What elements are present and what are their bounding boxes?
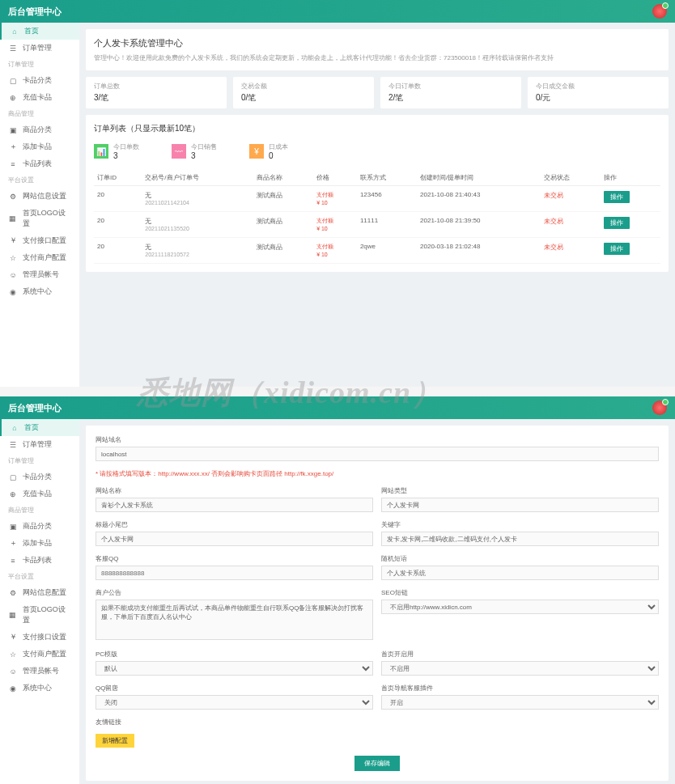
sidebar-item-home[interactable]: ⌂ 首页 <box>0 419 79 436</box>
sidebar-group: 订单管理 <box>0 57 79 72</box>
td-price: 支付额¥ 10 <box>313 238 357 264</box>
sidebar-item-pay[interactable]: ￥ 支付接口配置 <box>0 232 79 249</box>
sidebar-item-merchant[interactable]: ☆ 支付商户配置 <box>0 249 79 266</box>
td-status: 未交易 <box>541 186 601 212</box>
subtitle-input[interactable] <box>96 532 373 546</box>
seo-label: 首页导航客服插件 <box>381 684 659 693</box>
stat-value: 0/元 <box>536 92 660 104</box>
list-icon: ≡ <box>8 159 18 169</box>
sidebar-item-label: 首页LOGO设置 <box>23 208 71 229</box>
sidebar-item-orders[interactable]: ☰ 订单管理 <box>0 436 79 453</box>
td-contact: 2qwe <box>357 238 417 264</box>
qq-label: 客服QQ <box>96 554 373 563</box>
phrase-input[interactable] <box>381 566 659 580</box>
sidebar-item-logo[interactable]: ▦ 首页LOGO设置 <box>0 601 79 629</box>
stat-label: 订单总数 <box>94 82 219 91</box>
subtitle-label: 标题小尾巴 <box>96 520 373 529</box>
sidebar-item-admin[interactable]: ☺ 管理员帐号 <box>0 266 79 283</box>
settings-icon: ⚙ <box>8 588 18 598</box>
home-select[interactable]: 不启用 <box>381 661 659 676</box>
action-button[interactable]: 操作 <box>604 191 630 203</box>
sidebar-item-pcat[interactable]: ▣ 商品分类 <box>0 518 79 535</box>
table-row: 20 无20211118210572 测试商品 支付额¥ 10 2qwe 202… <box>94 238 660 264</box>
announce-label: 商户公告 <box>96 588 373 597</box>
sidebar-item-orders[interactable]: ☰ 订单管理 <box>0 40 79 57</box>
stat-label: 交易金额 <box>241 82 366 91</box>
sidebar-item-label: 系统中心 <box>23 286 52 297</box>
stat-value: 0/笔 <box>241 92 366 104</box>
note-link[interactable]: http://fk.xxge.top/ <box>284 470 333 477</box>
sidebar-item-label: 支付接口配置 <box>23 235 66 246</box>
sidebar-item-label: 订单管理 <box>23 439 52 450</box>
sidebar-item-logo[interactable]: ▦ 首页LOGO设置 <box>0 205 79 232</box>
sidebar-item-system[interactable]: ◉ 系统中心 <box>0 283 79 300</box>
short-select[interactable]: 不启用http://www.xidicn.com <box>381 600 659 614</box>
sidebar-item-admin[interactable]: ☺ 管理员帐号 <box>0 663 79 680</box>
sidebar-item-cardlist[interactable]: ≡ 卡品列表 <box>0 552 79 569</box>
announce-textarea[interactable] <box>96 600 373 640</box>
seo-select[interactable]: 开启 <box>381 695 659 710</box>
submit-button[interactable]: 保存编辑 <box>354 756 400 771</box>
sidebar-item-recharge[interactable]: ⊕ 充值卡品 <box>0 485 79 502</box>
td-action: 操作 <box>601 212 660 238</box>
panel-stat-label: 今日销售 <box>191 142 217 151</box>
sidebar-group: 订单管理 <box>0 453 79 468</box>
domain-note: * 请按格式填写版本：http://www.xxx.xx/ 否则会影响购卡页面路… <box>96 469 659 478</box>
td-status: 未交易 <box>541 212 601 238</box>
system-icon: ◉ <box>8 287 18 297</box>
sidebar-item-site[interactable]: ⚙ 网站信息设置 <box>0 188 79 205</box>
plus-icon: ＋ <box>8 142 18 152</box>
pay-icon: ￥ <box>8 236 18 246</box>
user-icon: ☺ <box>8 667 18 676</box>
qqpush-select[interactable]: 关闭 <box>96 695 373 710</box>
sidebar-item-pay[interactable]: ￥ 支付接口设置 <box>0 629 79 646</box>
avatar[interactable] <box>652 400 667 415</box>
sidebar-item-pcat[interactable]: ▣ 商品分类 <box>0 121 79 138</box>
sidebar-item-label: 商品分类 <box>23 125 52 135</box>
sidebar-item-addcard[interactable]: ＋ 添加卡品 <box>0 138 79 155</box>
sidebar-group: 商品管理 <box>0 106 79 121</box>
action-button[interactable]: 操作 <box>604 217 630 229</box>
home-icon: ⌂ <box>10 27 19 36</box>
sidebar-item-system[interactable]: ◉ 系统中心 <box>0 680 79 697</box>
chart-icon: 📊 <box>94 144 108 159</box>
pc-select[interactable]: 默认 <box>96 661 373 676</box>
sidebar-item-cardlist[interactable]: ≡ 卡品列表 <box>0 155 79 172</box>
domain-input[interactable] <box>96 447 659 461</box>
type-input[interactable] <box>381 498 659 512</box>
orders-table: 订单ID 交易号/商户订单号 商品名称 价格 联系方式 创建时间/提单时间 交易… <box>94 170 660 264</box>
sidebar-item-cat[interactable]: ▢ 卡品分类 <box>0 468 79 485</box>
action-button[interactable]: 操作 <box>604 243 630 255</box>
qq-input[interactable] <box>96 566 373 580</box>
sidebar-item-label: 添加卡品 <box>23 142 52 152</box>
list-icon: ≡ <box>8 556 18 566</box>
sidebar-item-site[interactable]: ⚙ 网站信息配置 <box>0 584 79 601</box>
keywords-input[interactable] <box>381 532 659 546</box>
sidebar-item-merchant[interactable]: ☆ 支付商户配置 <box>0 646 79 663</box>
avatar[interactable] <box>652 4 667 19</box>
stat-card: 交易金额 0/笔 <box>233 77 374 108</box>
orders-panel: 订单列表（只显示最新10笔） 📊 今日单数 3 〰 今日销售 3 <box>86 115 669 272</box>
merchant-icon: ☆ <box>8 650 18 659</box>
sidebar-item-home[interactable]: ⌂ 首页 <box>0 23 79 40</box>
panel-stat: ¥ 日成本 0 <box>249 142 288 160</box>
title-input[interactable] <box>96 498 373 512</box>
sidebar-item-label: 卡品分类 <box>23 472 52 482</box>
td-id: 20 <box>94 212 142 238</box>
add-icon: ⊕ <box>8 93 18 103</box>
sidebar-item-label: 卡品列表 <box>23 159 52 169</box>
sidebar-item-label: 管理员帐号 <box>23 269 59 280</box>
sidebar-item-cat[interactable]: ▢ 卡品分类 <box>0 72 79 89</box>
sidebar-item-recharge[interactable]: ⊕ 充值卡品 <box>0 89 79 106</box>
sidebar-item-label: 网站信息设置 <box>23 191 66 201</box>
stat-card: 订单总数 3/笔 <box>86 77 227 108</box>
th: 订单ID <box>94 170 142 186</box>
add-friend-button[interactable]: 新增配置 <box>96 734 134 748</box>
sidebar-item-label: 首页LOGO设置 <box>23 604 71 625</box>
user-icon: ☺ <box>8 270 18 280</box>
money-icon: ¥ <box>249 144 264 159</box>
panel-stat-label: 日成本 <box>269 142 288 151</box>
sidebar-item-addcard[interactable]: ＋ 添加卡品 <box>0 535 79 552</box>
sidebar-item-label: 订单管理 <box>23 43 52 53</box>
folder-icon: ▣ <box>8 125 18 135</box>
